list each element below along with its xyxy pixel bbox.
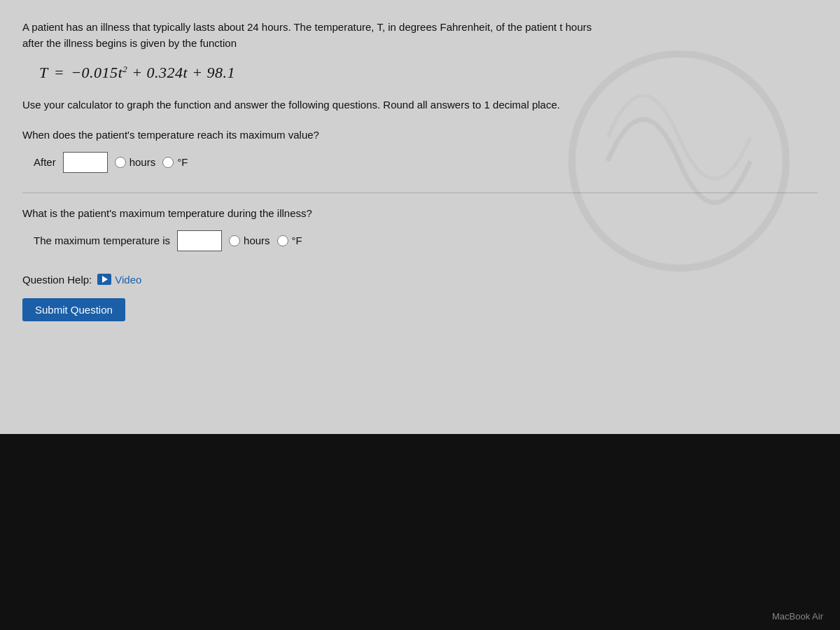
instruction-text: Use your calculator to graph the functio… <box>22 97 568 113</box>
bottom-bar: MacBook Air <box>0 434 840 630</box>
question1-label: When does the patient's temperature reac… <box>22 129 818 141</box>
separator <box>22 192 818 193</box>
intro-paragraph: A patient has an illness that typically … <box>22 20 596 51</box>
question2-prefix: The maximum temperature is <box>34 234 170 246</box>
question2-hours-label: hours <box>244 234 270 246</box>
video-icon <box>97 274 111 285</box>
question2-fahrenheit-radio[interactable] <box>277 235 288 246</box>
question1-fahrenheit-radio[interactable] <box>162 157 174 168</box>
video-link[interactable]: Video <box>97 274 141 286</box>
submit-button[interactable]: Submit Question <box>22 298 125 321</box>
video-link-label: Video <box>115 274 141 286</box>
question1-hours-radio[interactable] <box>115 157 126 168</box>
question2-label: What is the patient's maximum temperatur… <box>22 207 818 219</box>
main-content: A patient has an illness that typically … <box>0 0 840 434</box>
question2-hours-radio[interactable] <box>229 235 240 246</box>
device-label: MacBook Air <box>772 611 823 622</box>
question2-input[interactable] <box>177 230 222 251</box>
question1-answer-row: After hours °F <box>34 152 818 173</box>
formula-display: T = −0.015t2 + 0.324t + 98.1 <box>39 64 818 82</box>
question1-hours-option[interactable]: hours <box>115 156 156 168</box>
question1-fahrenheit-option[interactable]: °F <box>162 156 188 168</box>
question2-fahrenheit-option[interactable]: °F <box>277 234 302 246</box>
question-help-row: Question Help: Video <box>22 274 818 286</box>
question1-hours-label: hours <box>130 156 156 168</box>
question1-input[interactable] <box>63 152 108 173</box>
question2-fahrenheit-label: °F <box>292 234 302 246</box>
question1-prefix: After <box>34 156 56 168</box>
question2-hours-option[interactable]: hours <box>229 234 270 246</box>
question1-fahrenheit-label: °F <box>177 156 188 168</box>
question2-answer-row: The maximum temperature is hours °F <box>34 230 818 251</box>
question-help-label: Question Help: <box>22 274 92 286</box>
